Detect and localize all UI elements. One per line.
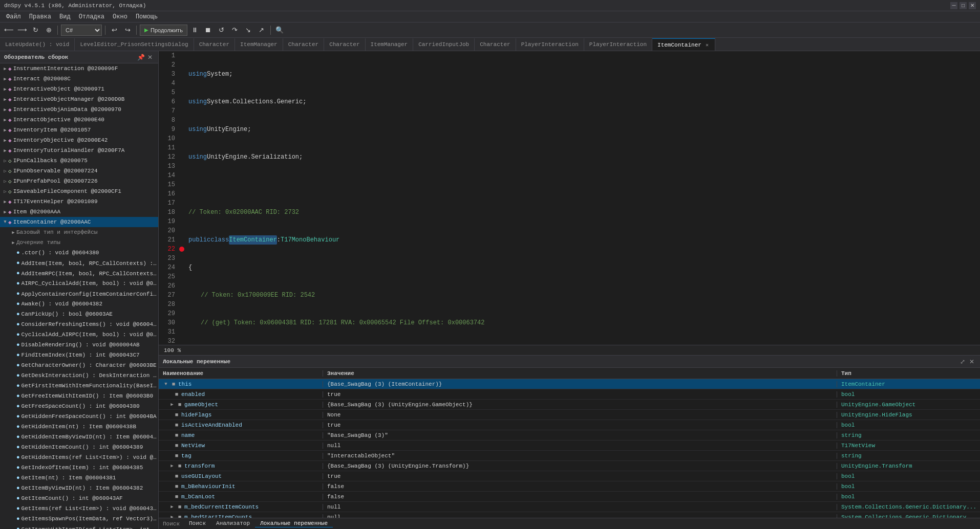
sidebar-item-iom[interactable]: ▶ ◆ InteractiveObjectManager @0200D0B (0, 94, 158, 104)
bottom-panel-close-btn[interactable]: ✕ (968, 358, 976, 366)
sidebar-item-inv-tut[interactable]: ▶ ◆ InventoryTutorialHandler @0200F7A (0, 145, 158, 156)
tab-character-2[interactable]: Character (283, 38, 324, 51)
tab-late-update[interactable]: LateUpdate() : void (0, 38, 75, 51)
sidebar-item-inv-obj[interactable]: ▶ ◆ InventoryObjective @02000E42 (0, 135, 158, 145)
sidebar-item-ipun-obs[interactable]: ▷ ◇ IPunObservable @020007224 (0, 166, 158, 176)
toolbar-step-out-btn[interactable]: ↗ (256, 25, 267, 36)
sidebar-item-isaveable[interactable]: ▷ ◇ ISaveableFileComponent @02000CF1 (0, 186, 158, 196)
toolbar-step-over-btn[interactable]: ↷ (229, 25, 241, 36)
search-tab-analyzer[interactable]: Анализатор (211, 520, 255, 527)
bottom-panel-expand-btn[interactable]: ⤢ (958, 358, 967, 366)
menu-help[interactable]: Помощь (132, 12, 162, 21)
sidebar-item-get-char-owner[interactable]: ● GetCharacterOwner() : Character @06003… (0, 360, 158, 370)
var-row-transform[interactable]: ▶ ■ transform {Base_SwagBag (3) (UnityEn… (159, 461, 980, 471)
sidebar-item-interactive-object[interactable]: ▶ ◆ InteractiveObject @02000971 (0, 84, 158, 94)
sidebar-item-get-item-vid[interactable]: ● GetItemByViewID(nt) : Item @06004382 (0, 483, 158, 493)
sidebar-item-ipun-callbacks[interactable]: ▷ ◇ IPunCallbacks @0200075 (0, 156, 158, 166)
menu-window[interactable]: Окно (109, 12, 132, 21)
toolbar-back-btn[interactable]: ⟵ (3, 25, 14, 36)
sidebar-item-get-free-item[interactable]: ● GetFreeItemWithItemID() : Item @06003B… (0, 391, 158, 401)
sidebar-item-ctor[interactable]: ● .ctor() : void @0604380 (0, 248, 158, 258)
tab-character-3[interactable]: Character (324, 38, 365, 51)
sidebar-item-find-item-index[interactable]: ● FindItemIndex(Item) : int @060043C7 (0, 350, 158, 360)
var-row-isactive[interactable]: ■ isActiveAndEnabled true bool (159, 420, 980, 430)
code-editor[interactable]: using System; using System.Collections.G… (186, 51, 980, 345)
tab-carried-input[interactable]: CarriedInputJob (413, 38, 475, 51)
toolbar-search-btn[interactable]: ⊕ (43, 25, 54, 36)
sidebar-item-get-item[interactable]: ● GetItem(nt) : Item @06004381 (0, 473, 158, 483)
toolbar-forward-btn[interactable]: ⟶ (16, 25, 28, 36)
minimize-button[interactable]: ─ (950, 2, 957, 9)
var-row-gameobject[interactable]: ▶ ■ gameObject {Base_SwagBag (3) (UnityE… (159, 400, 980, 410)
var-row-mbehaviourinit[interactable]: ■ m_bBehaviourInit false bool (159, 481, 980, 492)
sidebar-content[interactable]: ▶ ◆ InstrumentInteraction @0200096F ▶ ◆ … (0, 63, 158, 529)
sidebar-item-get-hidden-items[interactable]: ● GetHiddenItems(ref List<Item>) : void … (0, 452, 158, 462)
tree-group-child-types[interactable]: ▶ Дочерние типы (0, 237, 158, 248)
sidebar-item-get-hidden-count[interactable]: ● GetHiddenItemCount() : int @06004389 (0, 442, 158, 452)
sidebar-item-disable-render[interactable]: ● DisableRendering() : void @060004AB (0, 340, 158, 350)
sidebar-item-get-items-spawn[interactable]: ● GetItemsSpawnPos(ItemData, ref Vector3… (0, 514, 158, 524)
sidebar-item-add-item-rpc[interactable]: ● AddItemRPC(Item, bool, RPC_CallContext… (0, 268, 158, 278)
var-expand-icon[interactable]: ▶ (169, 463, 175, 469)
sidebar-item-get-items[interactable]: ● GetItems(ref List<Item>) : void @06004… (0, 503, 158, 514)
menu-file[interactable]: Файл (2, 12, 25, 21)
var-expand-icon[interactable]: ▶ (169, 504, 175, 510)
language-dropdown[interactable]: C# (61, 25, 102, 36)
var-row-mbedcurrent[interactable]: ▶ ■ m_bedCurrentItemCounts null System.C… (159, 502, 980, 512)
sidebar-item-cyclical-add[interactable]: ● CyclicalAdd_AIRPC(Item, bool) : void @… (0, 329, 158, 340)
sidebar-item-instrument-interaction[interactable]: ▶ ◆ InstrumentInteraction @0200096F (0, 63, 158, 74)
var-row-mbcanloot[interactable]: ■ m_bCanLoot false bool (159, 492, 980, 502)
toolbar-redo-btn[interactable]: ↪ (122, 25, 133, 36)
sidebar-item-ipun-pool[interactable]: ▷ ◇ IPunPrefabPool @020007226 (0, 176, 158, 186)
sidebar-item-item-container[interactable]: ▼ ◆ ItemContainer @02000AAC (0, 217, 158, 227)
maximize-button[interactable]: □ (960, 2, 967, 9)
menu-debug[interactable]: Отладка (75, 12, 109, 21)
menu-edit[interactable]: Правка (25, 12, 55, 21)
sidebar-item-get-index[interactable]: ● GetIndexOfItem(Item) : int @06004385 (0, 462, 158, 473)
var-row-name[interactable]: ■ name "Base_SwagBag (3)" string (159, 430, 980, 440)
tab-item-manager-1[interactable]: ItemManager (235, 38, 283, 51)
sidebar-pin-btn[interactable]: 📌 (137, 53, 145, 61)
sidebar-item-get-desk-inter[interactable]: ● GetDeskInteraction() : DeskInteraction… (0, 370, 158, 381)
var-row-enabled[interactable]: ■ enabled true bool (159, 389, 980, 400)
sidebar-item-get-hidden-free[interactable]: ● GetHiddenFreeSpaceCount() : int @06004… (0, 411, 158, 422)
sidebar-item-inventory-item[interactable]: ▶ ◆ InventoryItem @02001057 (0, 125, 158, 135)
var-row-usegui[interactable]: ■ useGUILayout true bool (159, 471, 980, 481)
sidebar-item-get-items-with-id[interactable]: ● GetItemsWithItemID(ref List<Item>, int… (0, 524, 158, 529)
sidebar-item-add-item[interactable]: ● AddItem(Item, bool, RPC_CallContexts) … (0, 258, 158, 268)
search-tab-search[interactable]: Поиск (184, 520, 211, 527)
var-row-netview[interactable]: ■ NetView null T17NetView (159, 440, 980, 451)
sidebar-item-consider-refresh[interactable]: ● ConsiderRefreshingItems() : void @0600… (0, 319, 158, 329)
var-expand-icon[interactable]: ▶ (169, 402, 175, 408)
tab-item-manager-2[interactable]: ItemManager (366, 38, 414, 51)
sidebar-item-get-free-space[interactable]: ● GetFreeSpaceCount() : int @06004380 (0, 401, 158, 411)
sidebar-item-get-hidden-item-n[interactable]: ● GetHiddenItem(nt) : Item @0600438B (0, 422, 158, 432)
tab-player-interaction-2[interactable]: PlayerInteraction (584, 38, 652, 51)
sidebar-item-airpc[interactable]: ● AIRPC_CyclicalAdd(Item, bool) : void @… (0, 278, 158, 289)
sidebar-item-interact-objective[interactable]: ▶ ◆ InteractObjective @02000E40 (0, 115, 158, 125)
toolbar-find-btn[interactable]: 🔍 (274, 25, 285, 36)
continue-button[interactable]: ▶ Продолжить (140, 25, 187, 36)
tab-character-1[interactable]: Character (194, 38, 235, 51)
sidebar-item-apply-container[interactable]: ● ApplyContainerConfig(ItemContainerConf… (0, 289, 158, 299)
sidebar-item-get-item-count[interactable]: ● GetItemCount() : int @060043AF (0, 493, 158, 503)
toolbar-step-into-btn[interactable]: ↘ (243, 25, 254, 36)
variables-table[interactable]: Наименование Значение Тип ▼ ■ this {Base… (159, 368, 980, 518)
var-expand-icon[interactable]: ▼ (163, 381, 169, 387)
tab-close-icon[interactable]: ✕ (705, 41, 710, 49)
tab-character-4[interactable]: Character (475, 38, 516, 51)
menu-view[interactable]: Вид (55, 12, 75, 21)
toolbar-restart-btn[interactable]: ↺ (216, 25, 227, 36)
tab-level-editor[interactable]: LevelEditor_PrisonSettingsDialog (75, 38, 194, 51)
sidebar-item-get-hidden-item-vid[interactable]: ● GetHiddenItemByViewID(nt) : Item @0600… (0, 432, 158, 442)
toolbar-stop-btn[interactable]: ⏹ (203, 25, 214, 36)
sidebar-item-ioa-data[interactable]: ▶ ◆ InteractiveObjAnimData @02000970 (0, 104, 158, 115)
var-row-mbedstart[interactable]: ▶ ■ m_bedStartItemCounts null System.Col… (159, 512, 980, 518)
var-row-this[interactable]: ▼ ■ this {Base_SwagBag (3) (ItemContaine… (159, 379, 980, 389)
tab-item-container[interactable]: ItemContainer ✕ (652, 38, 715, 51)
close-button[interactable]: ✕ (969, 2, 976, 9)
sidebar-item-interact[interactable]: ▶ ◆ Interact @020008C (0, 74, 158, 84)
sidebar-item-item[interactable]: ▶ ◆ Item @02000AAA (0, 207, 158, 217)
sidebar-item-get-first-item[interactable]: ● GetFirstItemWithItemFunctionality(Base… (0, 381, 158, 391)
tree-group-base-types[interactable]: ▶ Базовый тип и интерфейсы (0, 227, 158, 237)
